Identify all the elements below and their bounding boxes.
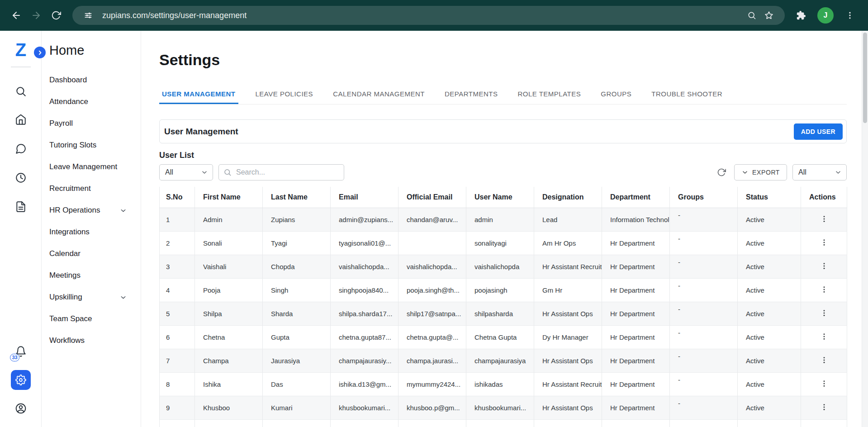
bookmark-button[interactable] (760, 7, 778, 24)
row-actions-button[interactable] (817, 259, 831, 274)
table-row: 1AdminZupiansadmin@zupians...chandan@aru… (160, 208, 847, 231)
site-info-button[interactable] (80, 7, 97, 24)
cell-designation: Hr Assistant Recruiter (534, 372, 602, 396)
cell-user-name: poojasingh (466, 278, 534, 302)
table-header-row: S.NoFirst NameLast NameEmailOfficial Ema… (160, 187, 847, 208)
tab-leave-policies[interactable]: LEAVE POLICIES (253, 85, 316, 104)
forward-button[interactable] (26, 5, 46, 25)
col-s-no: S.No (160, 187, 195, 208)
sidebar-collapse-toggle[interactable] (34, 47, 46, 58)
tab-calendar-management[interactable]: CALENDAR MANAGEMENT (330, 85, 427, 104)
address-bar[interactable]: zupians.com/settings/user-management (72, 6, 785, 25)
cell-actions (801, 302, 847, 325)
profile-avatar[interactable]: J (817, 7, 834, 24)
col-status: Status (738, 187, 801, 208)
cell-official-email: shilp17@satnpa... (398, 302, 466, 325)
sidebar-item-calendar[interactable]: Calendar (42, 243, 141, 265)
row-actions-button[interactable] (817, 353, 831, 368)
kebab-menu-icon (820, 238, 828, 247)
avatar-initial: J (824, 11, 828, 19)
cell-status: Active (738, 325, 801, 349)
back-button[interactable] (6, 5, 26, 25)
zoom-button[interactable] (743, 7, 760, 24)
sidebar-item-payroll[interactable]: Payroll (42, 113, 141, 134)
cell-department: Hr Department (602, 325, 670, 349)
settings-button[interactable] (11, 370, 31, 390)
cell-first-name: Vaishali (195, 255, 263, 278)
col-user-name: User Name (466, 187, 534, 208)
row-actions-button[interactable] (817, 330, 831, 344)
page-title: Settings (159, 51, 847, 69)
page-size-value: All (798, 168, 806, 176)
page-scrollbar[interactable] (862, 31, 868, 427)
sidebar-item-upskilling[interactable]: Upskilling (42, 286, 141, 308)
sidebar-item-meetings[interactable]: Meetings (42, 265, 141, 286)
table-row: 9KhusbooKumarikhusbookumari...khusboo.p@… (160, 396, 847, 419)
rail-chat-button[interactable] (0, 143, 42, 155)
sidebar-item-leave-management[interactable]: Leave Management (42, 156, 141, 178)
kebab-menu-icon (820, 380, 828, 388)
main-area: Settings USER MANAGEMENTLEAVE POLICIESCA… (141, 31, 868, 427)
sidebar-item-dashboard[interactable]: Dashboard (42, 69, 141, 91)
cell-user-name: Chetna Gupta (466, 325, 534, 349)
reload-button[interactable] (46, 5, 66, 25)
tab-groups[interactable]: GROUPS (598, 85, 634, 104)
browser-menu-button[interactable] (840, 5, 860, 25)
content: Settings USER MANAGEMENTLEAVE POLICIESCA… (159, 51, 847, 427)
col-email: Email (331, 187, 398, 208)
sidebar-item-label: Team Space (49, 314, 92, 323)
cell-groups: - (670, 349, 738, 372)
tab-departments[interactable]: DEPARTMENTS (442, 85, 500, 104)
row-actions-button[interactable] (817, 306, 831, 321)
row-actions-button[interactable] (817, 400, 831, 415)
search-input[interactable] (235, 168, 339, 177)
tab-role-templates[interactable]: ROLE TEMPLATES (515, 85, 583, 104)
cell-first-name: Admin (195, 208, 263, 231)
rail-search-button[interactable] (0, 85, 42, 97)
cell-actions (801, 278, 847, 302)
sidebar-item-hr-operations[interactable]: HR Operations (42, 199, 141, 221)
notifications-button[interactable]: 33 (0, 346, 42, 359)
cell-official-email: champa.jaurasi... (398, 349, 466, 372)
row-actions-button[interactable] (817, 212, 831, 227)
col-department: Department (602, 187, 670, 208)
rail-home-button[interactable] (0, 114, 42, 125)
cell-email: shilpa.sharda17... (331, 302, 398, 325)
tab-user-management[interactable]: USER MANAGEMENT (159, 85, 238, 104)
rail-documents-button[interactable] (0, 201, 42, 213)
refresh-list-button[interactable] (714, 165, 729, 180)
sidebar-item-integrations[interactable]: Integrations (42, 221, 141, 243)
puzzle-icon (796, 10, 806, 20)
sidebar-item-workflows[interactable]: Workflows (42, 330, 141, 351)
kebab-menu-icon (820, 309, 828, 317)
extensions-button[interactable] (791, 5, 811, 25)
cell-department: Hr Department (602, 231, 670, 255)
account-button[interactable] (0, 403, 42, 414)
rail-clock-button[interactable] (0, 172, 42, 184)
export-button[interactable]: EXPORT (734, 164, 787, 180)
user-list-title: User List (159, 151, 847, 160)
sidebar-item-attendance[interactable]: Attendance (42, 91, 141, 113)
scrollbar-thumb[interactable] (863, 33, 867, 123)
add-user-button[interactable]: ADD USER (794, 123, 843, 140)
sidebar-item-recruitment[interactable]: Recruitment (42, 178, 141, 199)
cell-designation: Hr Assistant Ops (534, 396, 602, 419)
table-row: 7ChampaJaurasiyachampajaurasiy...champa.… (160, 349, 847, 372)
cell-last-name: Kumari (263, 396, 331, 419)
cell-email: ishika.d13@gm... (331, 372, 398, 396)
table-row: 2SonaliTyagityagisonali01@...sonalityagi… (160, 231, 847, 255)
notification-badge: 33 (10, 354, 19, 361)
row-actions-button[interactable] (817, 283, 831, 297)
cell-groups: - (670, 302, 738, 325)
row-actions-button[interactable] (817, 377, 831, 391)
sidebar-item-team-space[interactable]: Team Space (42, 308, 141, 330)
cell-s-no: 7 (160, 349, 195, 372)
status-filter-select[interactable]: All (159, 164, 213, 180)
page-size-select[interactable]: All (792, 164, 847, 180)
row-actions-button[interactable] (817, 236, 831, 250)
document-icon (15, 201, 27, 213)
sidebar-item-tutoring-slots[interactable]: Tutoring Slots (42, 134, 141, 156)
tab-trouble-shooter[interactable]: TROUBLE SHOOTER (649, 85, 725, 104)
kebab-menu-icon (820, 403, 828, 411)
forward-arrow-icon (31, 10, 42, 21)
